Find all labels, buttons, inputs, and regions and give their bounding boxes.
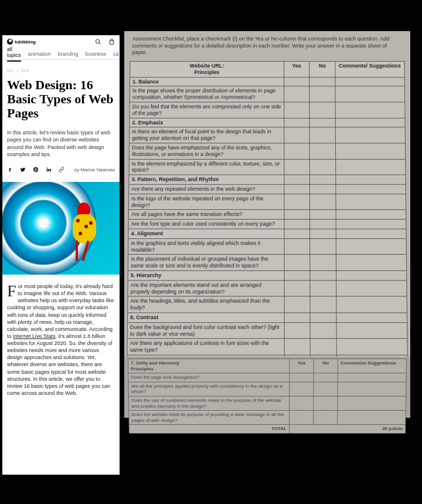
q-pattern-3: Are all pages have the same transition e… <box>128 210 284 219</box>
article-body: For most people of today, it's already h… <box>2 275 120 405</box>
yes-header: Yes <box>284 62 309 77</box>
q-unity-1: Does the page look disorganize? <box>128 373 290 382</box>
tab-more[interactable]: ca <box>113 51 119 57</box>
svg-point-0 <box>96 39 99 43</box>
section-balance: 1. Balance <box>130 77 284 86</box>
url-label: Website URL: <box>190 63 224 69</box>
q-pattern-2: Is the logo of the website repeated on e… <box>128 194 284 209</box>
stats-link[interactable]: Internet Live Stats <box>13 333 56 339</box>
tab-branding[interactable]: branding <box>58 51 79 57</box>
article-title: Web Design: 16 Basic Types of Web Pages <box>2 73 120 121</box>
pinterest-icon[interactable] <box>33 167 39 174</box>
tab-animation[interactable]: animation <box>28 51 51 57</box>
svg-rect-2 <box>110 40 113 44</box>
facebook-icon[interactable] <box>7 167 13 174</box>
comments-header: Comments/ Suggestions <box>335 62 404 77</box>
logo-icon <box>7 39 13 45</box>
social-share: by Marina Yalanska <box>2 158 120 182</box>
q-pattern-4: Are the font type and color used consist… <box>128 219 284 229</box>
q-contrast-2: Are there any applications of contrast i… <box>127 339 284 355</box>
section-alignment: 4. Alignment <box>128 229 284 238</box>
section-contrast: 6. Contrast <box>127 313 284 322</box>
hero-image <box>2 182 120 275</box>
section-hierarchy: 5. Hierarchy <box>128 270 284 280</box>
site-logo[interactable]: tubikblog <box>7 39 36 45</box>
q-emphasis-2: Does the page have emphasized any of the… <box>129 143 284 159</box>
instructions: Assessment Checklist, place a checkmark … <box>130 35 404 61</box>
q-unity-3: Does the use of combined elements relate… <box>128 396 289 410</box>
assessment-worksheet: Assessment Checklist, place a checkmark … <box>124 31 410 357</box>
section-pattern: 3. Pattern, Repetition, and Rhythm <box>129 175 284 184</box>
q-hierarchy-2: Are the headings, titles, and subtitles … <box>128 296 284 313</box>
header-icons <box>95 39 115 45</box>
tab-all-topics[interactable]: all topics <box>7 46 21 62</box>
q-contrast-1: Does the background and font color contr… <box>127 323 284 339</box>
q-emphasis-1: Is there an element of focal point to th… <box>130 127 284 143</box>
points: 20 points <box>290 425 406 434</box>
q-balance-2: Do you feel that the elements are compre… <box>130 102 284 118</box>
no-header-2: No <box>314 359 338 374</box>
assessment-worksheet-2: 7. Unity and HarmonyPrinciples Yes No Co… <box>124 357 410 418</box>
blog-article: tubikblog all topics animation branding … <box>2 35 120 475</box>
comments-header-2: Comments/ Suggestions <box>338 359 406 374</box>
q-unity-2: Are all the principles applied properly … <box>128 382 290 396</box>
yes-header-2: Yes <box>290 359 314 374</box>
article-subtitle: In this article, let's review basic type… <box>2 121 120 158</box>
q-hierarchy-1: Are the important elements stand out and… <box>128 280 284 297</box>
checklist-table-2: 7. Unity and HarmonyPrinciples Yes No Co… <box>128 358 407 434</box>
article-category: UI / UX <box>2 60 120 73</box>
principles-header: Principles <box>132 69 281 76</box>
section-unity: 7. Unity and Harmony <box>131 360 179 366</box>
linkedin-icon[interactable] <box>46 167 52 174</box>
twitter-icon[interactable] <box>20 167 26 174</box>
checklist-table: Website URL:Principles Yes No Comments/ … <box>127 61 408 371</box>
drop-cap: F <box>7 283 18 298</box>
author-byline: by Marina Yalanska <box>74 167 115 172</box>
svg-line-1 <box>99 42 101 44</box>
section-emphasis: 2. Emphasis <box>130 118 284 127</box>
no-header: No <box>309 62 335 77</box>
total-row: TOTAL <box>129 425 290 434</box>
q-alignment-1: Is the graphics and texts visibly aligne… <box>128 238 284 254</box>
q-pattern-1: Are there any repeated elements in the w… <box>129 184 284 194</box>
link-icon[interactable] <box>59 167 64 174</box>
q-emphasis-3: Is the element emphasized by a different… <box>129 159 284 175</box>
tab-business[interactable]: business <box>86 51 107 57</box>
bag-icon[interactable] <box>108 39 115 45</box>
q-alignment-2: Is the placement of individual or groupe… <box>128 255 284 271</box>
category-tabs: all topics animation branding business c… <box>2 48 120 60</box>
logo-text: tubikblog <box>15 39 36 45</box>
q-unity-4: Does the website meet its purpose of pro… <box>129 411 290 425</box>
search-icon[interactable] <box>95 39 101 45</box>
q-balance-1: Is the page shows the proper distributio… <box>130 86 284 102</box>
